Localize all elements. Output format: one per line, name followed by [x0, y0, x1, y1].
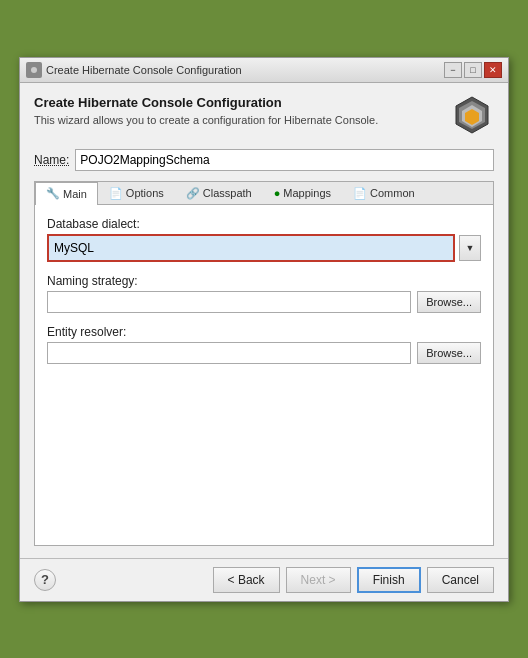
- svg-point-1: [31, 67, 37, 73]
- next-button[interactable]: Next >: [286, 567, 351, 593]
- main-tab-icon: 🔧: [46, 187, 60, 200]
- title-bar: Create Hibernate Console Configuration −…: [20, 58, 508, 83]
- naming-browse-button[interactable]: Browse...: [417, 291, 481, 313]
- cancel-button[interactable]: Cancel: [427, 567, 494, 593]
- options-tab-icon: 📄: [109, 187, 123, 200]
- classpath-tab-icon: 🔗: [186, 187, 200, 200]
- finish-button[interactable]: Finish: [357, 567, 421, 593]
- close-button[interactable]: ✕: [484, 62, 502, 78]
- main-window: Create Hibernate Console Configuration −…: [19, 57, 509, 602]
- naming-strategy-label: Naming strategy:: [47, 274, 481, 288]
- back-button[interactable]: < Back: [213, 567, 280, 593]
- footer-left: ?: [34, 569, 56, 591]
- entity-resolver-label: Entity resolver:: [47, 325, 481, 339]
- wizard-heading: Create Hibernate Console Configuration: [34, 95, 378, 110]
- maximize-button[interactable]: □: [464, 62, 482, 78]
- content-area: Create Hibernate Console Configuration T…: [20, 83, 508, 558]
- naming-strategy-input[interactable]: [47, 291, 411, 313]
- database-dialect-label: Database dialect:: [47, 217, 481, 231]
- dialect-input-wrapper: [47, 234, 455, 262]
- minimize-button[interactable]: −: [444, 62, 462, 78]
- name-input[interactable]: [75, 149, 494, 171]
- main-tab-label: Main: [63, 188, 87, 200]
- entity-row: Browse...: [47, 342, 481, 364]
- tab-common[interactable]: 📄 Common: [342, 182, 426, 204]
- footer: ? < Back Next > Finish Cancel: [20, 558, 508, 601]
- wizard-header: Create Hibernate Console Configuration T…: [34, 95, 494, 139]
- common-tab-label: Common: [370, 187, 415, 199]
- database-dialect-group: Database dialect: ▼: [47, 217, 481, 262]
- wizard-header-text: Create Hibernate Console Configuration T…: [34, 95, 378, 126]
- mappings-tab-icon: ●: [274, 187, 281, 199]
- wizard-description: This wizard allows you to create a confi…: [34, 114, 378, 126]
- entity-resolver-group: Entity resolver: Browse...: [47, 325, 481, 364]
- mappings-tab-label: Mappings: [283, 187, 331, 199]
- tabs-container: 🔧 Main 📄 Options 🔗 Classpath ● Mappings …: [34, 181, 494, 546]
- common-tab-icon: 📄: [353, 187, 367, 200]
- tabs-header: 🔧 Main 📄 Options 🔗 Classpath ● Mappings …: [35, 182, 493, 205]
- name-label: Name:: [34, 153, 69, 167]
- dialect-input[interactable]: [50, 237, 452, 259]
- entity-resolver-input[interactable]: [47, 342, 411, 364]
- classpath-tab-label: Classpath: [203, 187, 252, 199]
- tab-main[interactable]: 🔧 Main: [35, 182, 98, 205]
- tab-content-main: Database dialect: ▼ Naming strategy: Bro…: [35, 205, 493, 545]
- tab-classpath[interactable]: 🔗 Classpath: [175, 182, 263, 204]
- options-tab-label: Options: [126, 187, 164, 199]
- footer-right: < Back Next > Finish Cancel: [213, 567, 494, 593]
- naming-row: Browse...: [47, 291, 481, 313]
- wizard-logo: [450, 95, 494, 139]
- title-bar-controls: − □ ✕: [444, 62, 502, 78]
- name-row: Name:: [34, 149, 494, 171]
- naming-strategy-group: Naming strategy: Browse...: [47, 274, 481, 313]
- app-icon: [26, 62, 42, 78]
- title-bar-text: Create Hibernate Console Configuration: [46, 64, 242, 76]
- dialect-dropdown-button[interactable]: ▼: [459, 235, 481, 261]
- entity-browse-button[interactable]: Browse...: [417, 342, 481, 364]
- dialect-row: ▼: [47, 234, 481, 262]
- tab-options[interactable]: 📄 Options: [98, 182, 175, 204]
- help-button[interactable]: ?: [34, 569, 56, 591]
- tab-mappings[interactable]: ● Mappings: [263, 182, 342, 204]
- title-bar-left: Create Hibernate Console Configuration: [26, 62, 242, 78]
